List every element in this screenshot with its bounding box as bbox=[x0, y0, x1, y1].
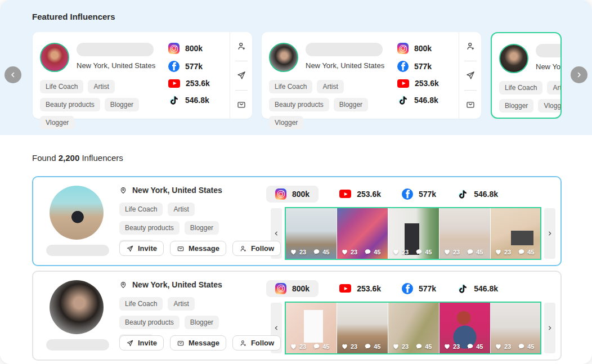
tiktok-icon bbox=[397, 95, 409, 106]
tiktok-followers: 546.8k bbox=[414, 96, 438, 105]
instagram-stat-selected[interactable]: 800k bbox=[266, 186, 319, 203]
row-avatar-block bbox=[33, 272, 119, 359]
location-pin-icon bbox=[119, 186, 127, 194]
instagram-followers: 800k bbox=[185, 44, 203, 53]
card-actions bbox=[230, 32, 252, 119]
message-label: Message bbox=[189, 339, 219, 347]
tag-beauty-products: Beauty products bbox=[119, 221, 180, 235]
tag-blogger: Blogger bbox=[185, 316, 219, 329]
tag-blogger: Blogger bbox=[185, 221, 219, 235]
card-actions bbox=[459, 32, 481, 119]
follow-button[interactable]: Follow bbox=[232, 241, 281, 256]
tag-list: Life Coach Artist Blogger Vlogger bbox=[499, 81, 562, 113]
post-thumbnail[interactable]: 2345 bbox=[439, 208, 490, 259]
carousel-next-button[interactable] bbox=[571, 66, 587, 83]
invite-button[interactable]: Invite bbox=[119, 241, 164, 256]
tiktok-followers: 546.8k bbox=[474, 284, 498, 293]
location-text: New York, United States bbox=[77, 61, 155, 70]
follow-icon-button[interactable] bbox=[465, 41, 476, 51]
invite-icon-button[interactable] bbox=[236, 70, 246, 80]
tiktok-stat[interactable]: 546.8k bbox=[457, 283, 498, 294]
found-suffix: Influencers bbox=[82, 153, 123, 163]
photos-next-button[interactable] bbox=[544, 303, 555, 353]
likes-count: 23 bbox=[504, 249, 511, 255]
tag-artist: Artist bbox=[168, 297, 194, 311]
tiktok-icon bbox=[457, 283, 468, 294]
divider bbox=[235, 61, 248, 61]
comments-count: 45 bbox=[476, 343, 483, 350]
tag-life-coach: Life Coach bbox=[119, 297, 163, 311]
tiktok-stat[interactable]: 546.8k bbox=[457, 188, 498, 200]
comments-count: 45 bbox=[374, 343, 380, 350]
found-prefix: Found bbox=[32, 153, 56, 163]
results-count: Found 2,200 Influencers bbox=[32, 153, 123, 163]
tag-blogger: Blogger bbox=[499, 99, 533, 113]
featured-influencer-card[interactable]: New York, United States Life Coach Artis… bbox=[33, 32, 252, 119]
divider bbox=[464, 61, 477, 61]
name-placeholder bbox=[46, 245, 109, 256]
likes-count: 23 bbox=[504, 343, 511, 350]
likes-count: 23 bbox=[299, 343, 306, 350]
post-thumbnail[interactable]: 2345 bbox=[491, 303, 541, 353]
youtube-followers: 253.6k bbox=[415, 79, 439, 88]
message-button[interactable]: Message bbox=[170, 241, 226, 256]
facebook-stat[interactable]: 577k bbox=[402, 188, 436, 200]
facebook-stat[interactable]: 577k bbox=[402, 283, 436, 294]
influencer-avatar bbox=[50, 280, 104, 334]
carousel-prev-button[interactable] bbox=[5, 66, 21, 83]
featured-influencer-card-highlighted[interactable]: New York, United States Life Coach Artis… bbox=[491, 32, 562, 119]
featured-influencer-card[interactable]: New York, United States Life Coach Artis… bbox=[262, 32, 481, 119]
instagram-followers: 800k bbox=[292, 190, 310, 199]
youtube-stat[interactable]: 253.6k bbox=[339, 284, 381, 293]
post-thumbnail[interactable]: 2345 bbox=[286, 303, 337, 353]
instagram-followers: 800k bbox=[292, 284, 310, 293]
message-icon-button[interactable] bbox=[465, 100, 476, 110]
post-thumbnail[interactable]: 2345 bbox=[388, 208, 439, 259]
tag-vlogger: Vlogger bbox=[538, 99, 562, 113]
message-button[interactable]: Message bbox=[170, 335, 226, 350]
post-thumbnail[interactable]: 2345 bbox=[337, 303, 388, 353]
row-info-block: New York, United States Life Coach Artis… bbox=[119, 272, 263, 359]
tag-life-coach: Life Coach bbox=[40, 80, 83, 93]
influencer-result-row[interactable]: New York, United States Life Coach Artis… bbox=[32, 271, 562, 361]
instagram-stat: 800k bbox=[168, 43, 230, 54]
name-placeholder bbox=[77, 43, 154, 56]
post-thumbnail[interactable]: 2345 bbox=[286, 208, 337, 259]
social-stats: 800k 577k 253.6k 546.8k bbox=[168, 32, 230, 119]
post-thumbnail[interactable]: 2345 bbox=[388, 303, 439, 353]
likes-count: 23 bbox=[299, 249, 306, 255]
follow-label: Follow bbox=[251, 244, 274, 253]
instagram-icon bbox=[397, 43, 409, 54]
tag-artist: Artist bbox=[547, 81, 562, 95]
row-social-block: 800k 253.6k 577k 546.8k 2345 bbox=[263, 272, 560, 359]
invite-button[interactable]: Invite bbox=[119, 335, 164, 350]
youtube-followers: 253.6k bbox=[357, 190, 381, 199]
influencer-result-row[interactable]: New York, United States Life Coach Artis… bbox=[32, 176, 562, 266]
row-actions: Invite Message Follow bbox=[119, 335, 281, 350]
youtube-stat[interactable]: 253.6k bbox=[339, 190, 381, 199]
influencer-avatar bbox=[499, 44, 528, 73]
influencer-avatar bbox=[269, 43, 298, 72]
location-line: New York, United States bbox=[119, 280, 263, 289]
facebook-icon bbox=[402, 188, 413, 200]
photo-strip: 2345 2345 2345 2345 2345 bbox=[271, 302, 560, 354]
post-thumbnail[interactable]: 2345 bbox=[337, 208, 388, 259]
facebook-icon bbox=[397, 61, 409, 72]
comments-count: 45 bbox=[425, 343, 432, 350]
post-thumbnail[interactable]: 2345 bbox=[491, 208, 541, 259]
instagram-stat: 800k bbox=[397, 43, 459, 54]
comments-count: 45 bbox=[322, 249, 329, 255]
section-title: Featured Influencers bbox=[32, 12, 115, 21]
youtube-icon bbox=[168, 79, 180, 88]
follow-button[interactable]: Follow bbox=[232, 335, 281, 350]
invite-icon-button[interactable] bbox=[465, 70, 476, 80]
influencer-avatar bbox=[40, 43, 69, 72]
follow-icon-button[interactable] bbox=[236, 41, 246, 51]
facebook-stat: 577k bbox=[397, 61, 459, 72]
photo-carousel: 2345 2345 2345 2345 2345 bbox=[285, 207, 541, 260]
post-thumbnail[interactable]: 2345 bbox=[439, 303, 490, 353]
featured-carousel: New York, United States Life Coach Artis… bbox=[33, 32, 562, 119]
photos-next-button[interactable] bbox=[544, 208, 555, 259]
instagram-stat-selected[interactable]: 800k bbox=[266, 280, 319, 297]
message-icon-button[interactable] bbox=[236, 100, 246, 110]
